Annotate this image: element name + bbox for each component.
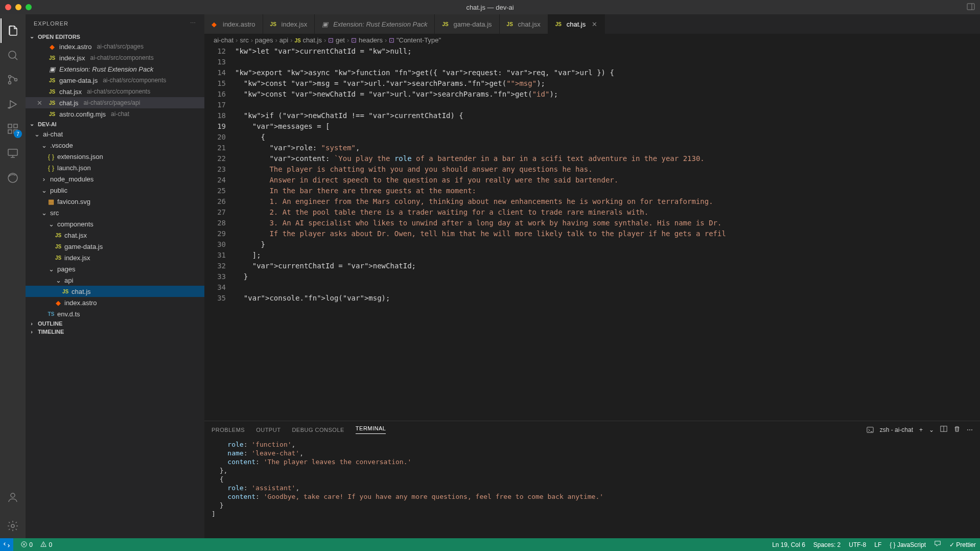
tab-output[interactable]: OUTPUT: [256, 427, 281, 433]
errors-count[interactable]: 0: [20, 541, 33, 548]
explorer-more-icon[interactable]: ⋯: [190, 20, 196, 27]
kill-terminal-icon[interactable]: [953, 425, 961, 434]
tree-label: public: [50, 187, 67, 194]
folder-item[interactable]: ⌄ai-chat: [26, 128, 204, 140]
editor-tab[interactable]: JSindex.jsx: [263, 14, 315, 34]
minimize-window-button[interactable]: [15, 4, 21, 10]
statusbar: 0 0 Ln 19, Col 6 Spaces: 2 UTF-8 LF { } …: [0, 538, 980, 551]
folder-icon: ⌄: [47, 220, 55, 228]
folder-item[interactable]: ⌄api: [26, 274, 204, 286]
tab-terminal[interactable]: TERMINAL: [356, 425, 386, 434]
folder-item[interactable]: ⌄src: [26, 207, 204, 218]
language-mode[interactable]: { } JavaScript: [890, 541, 926, 548]
file-icon: JS: [54, 255, 62, 261]
close-icon[interactable]: ✕: [37, 99, 45, 107]
breadcrumb-item[interactable]: src: [240, 36, 248, 44]
open-editor-item[interactable]: ✕JSchat.jsxai-chat/src/components: [26, 86, 204, 97]
extensions-icon[interactable]: 7: [1, 117, 25, 141]
svg-rect-0: [967, 4, 974, 10]
file-icon: TS: [47, 311, 55, 317]
cursor-position[interactable]: Ln 19, Col 6: [772, 541, 805, 548]
svg-rect-14: [8, 149, 17, 155]
breadcrumb-item[interactable]: ⊡ "Content-Type": [389, 36, 441, 44]
file-item[interactable]: TSenv.d.ts: [26, 308, 204, 319]
tab-debug-console[interactable]: DEBUG CONSOLE: [292, 427, 344, 433]
file-item[interactable]: ▦favicon.svg: [26, 196, 204, 207]
outline-header[interactable]: › OUTLINE: [26, 319, 204, 328]
folder-item[interactable]: ⌄components: [26, 218, 204, 229]
folder-icon: ⌄: [40, 187, 48, 194]
warnings-count[interactable]: 0: [40, 541, 52, 548]
remote-icon[interactable]: [1, 141, 25, 166]
maximize-window-button[interactable]: [26, 4, 32, 10]
folder-icon: ⌄: [54, 277, 62, 284]
editor-tab[interactable]: ▣Extension: Rust Extension Pack: [315, 14, 435, 34]
breadcrumb-item[interactable]: pages: [255, 36, 273, 44]
editor-tab[interactable]: ◆index.astro: [204, 14, 263, 34]
file-name: astro.config.mjs: [59, 110, 106, 118]
file-item[interactable]: ◆index.astro: [26, 297, 204, 308]
folder-item[interactable]: ›node_modules: [26, 173, 204, 185]
timeline-header[interactable]: › TIMELINE: [26, 328, 204, 336]
eol[interactable]: LF: [874, 541, 881, 548]
folder-item[interactable]: ⌄public: [26, 185, 204, 196]
editor-tab[interactable]: JSgame-data.js: [435, 14, 499, 34]
open-editor-item[interactable]: ✕JSgame-data.jsai-chat/src/components: [26, 75, 204, 86]
file-item[interactable]: JSchat.jsx: [26, 229, 204, 241]
terminal-shell-label[interactable]: zsh - ai-chat: [880, 426, 913, 433]
settings-icon[interactable]: [1, 514, 25, 538]
code-content[interactable]: "kw">let "var">currentChatId = "kw">null…: [235, 46, 980, 421]
remote-indicator[interactable]: [0, 538, 13, 551]
panel-more-icon[interactable]: ⋯: [967, 426, 973, 433]
file-item[interactable]: JSchat.js: [26, 286, 204, 297]
file-item[interactable]: JSgame-data.js: [26, 241, 204, 252]
editor-tab[interactable]: JSchat.js✕: [548, 14, 605, 34]
account-icon[interactable]: [1, 485, 25, 510]
file-icon: JS: [48, 100, 56, 106]
code-editor[interactable]: 1213141516171819202122232425262728293031…: [204, 46, 980, 421]
search-icon[interactable]: [1, 43, 25, 67]
source-control-icon[interactable]: [1, 67, 25, 92]
breadcrumb-item[interactable]: api: [279, 36, 288, 44]
open-editor-item[interactable]: ✕JSindex.jsxai-chat/src/components: [26, 52, 204, 63]
folder-item[interactable]: ⌄pages: [26, 263, 204, 274]
breadcrumb-item[interactable]: ai-chat: [214, 36, 234, 44]
file-item[interactable]: JSindex.jsx: [26, 252, 204, 263]
breadcrumb-item[interactable]: ⊡ get: [328, 36, 345, 44]
indentation[interactable]: Spaces: 2: [813, 541, 841, 548]
breadcrumb-item[interactable]: JS chat.js: [295, 36, 322, 44]
tab-problems[interactable]: PROBLEMS: [212, 427, 245, 433]
new-terminal-icon[interactable]: +: [919, 426, 923, 433]
editor-tab[interactable]: JSchat.jsx: [500, 14, 548, 34]
split-terminal-icon[interactable]: [940, 425, 947, 434]
open-editors-header[interactable]: ⌄ OPEN EDITORS: [26, 32, 204, 41]
file-path: ai-chat/src/pages/api: [84, 99, 141, 106]
encoding[interactable]: UTF-8: [849, 541, 866, 548]
prettier-status[interactable]: ✓ Prettier: [949, 541, 976, 548]
feedback-icon[interactable]: [934, 540, 941, 549]
terminal-dropdown-icon[interactable]: ⌄: [929, 426, 934, 433]
layout-icon[interactable]: [967, 3, 975, 12]
open-editor-item[interactable]: ✕JSastro.config.mjsai-chat: [26, 108, 204, 120]
edge-icon[interactable]: [1, 166, 25, 190]
open-editor-item[interactable]: ✕▣Extension: Rust Extension Pack: [26, 63, 204, 75]
close-icon[interactable]: ✕: [592, 20, 597, 28]
tree-label: .vscode: [50, 142, 73, 149]
svg-marker-7: [10, 101, 16, 108]
window-title: chat.js — dev-ai: [466, 4, 514, 11]
folder-item[interactable]: ⌄.vscode: [26, 140, 204, 151]
project-header[interactable]: ⌄ DEV-AI: [26, 120, 204, 128]
breadcrumbs[interactable]: ai-chat›src›pages›api›JS chat.js›⊡ get›⊡…: [204, 34, 980, 46]
file-item[interactable]: { }launch.json: [26, 162, 204, 173]
explorer-icon[interactable]: [1, 18, 25, 43]
run-debug-icon[interactable]: [1, 92, 25, 117]
open-editor-item[interactable]: ✕JSchat.jsai-chat/src/pages/api: [26, 97, 204, 108]
terminal-output[interactable]: role: 'function', name: 'leave-chat', co…: [204, 438, 980, 538]
tree-label: chat.jsx: [64, 232, 87, 239]
file-item[interactable]: { }extensions.json: [26, 151, 204, 162]
svg-point-19: [11, 524, 14, 527]
line-gutter: 1213141516171819202122232425262728293031…: [204, 46, 235, 421]
breadcrumb-item[interactable]: ⊡ headers: [351, 36, 383, 44]
open-editor-item[interactable]: ✕◆index.astroai-chat/src/pages: [26, 41, 204, 52]
close-window-button[interactable]: [5, 4, 11, 10]
